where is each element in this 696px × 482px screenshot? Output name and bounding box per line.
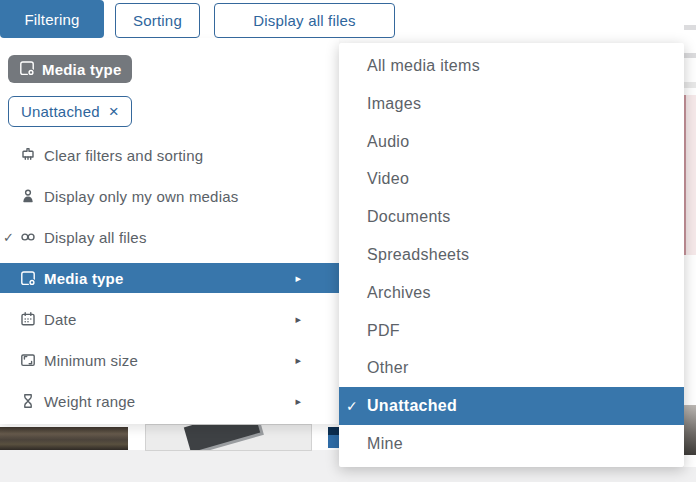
page-background-fragment: [684, 467, 696, 482]
media-library-filter-screen: Filtering Sorting Display all files Medi…: [0, 0, 696, 482]
resize-icon: [18, 351, 37, 370]
brush-icon: [18, 146, 37, 165]
menu-item-date[interactable]: ✓ Date ▸: [0, 304, 339, 334]
filtering-button[interactable]: Filtering: [0, 0, 104, 38]
page-edge-line: [684, 82, 696, 88]
menu-item-clear-filters[interactable]: ✓ Clear filters and sorting: [0, 140, 339, 170]
media-type-option-other[interactable]: ✓ Other: [339, 350, 684, 388]
menu-item-own-medias[interactable]: ✓ Display only my own medias: [0, 181, 339, 211]
media-type-icon: [18, 269, 37, 288]
check-icon: ✓: [346, 398, 367, 414]
sorting-button[interactable]: Sorting: [115, 3, 200, 38]
person-icon: [18, 187, 37, 206]
media-type-option-audio[interactable]: ✓ Audio: [339, 123, 684, 161]
media-thumbnail-fragment: [684, 405, 696, 455]
display-all-files-button[interactable]: Display all files: [214, 3, 395, 38]
menu-item-media-type[interactable]: ✓ Media type ▸: [0, 263, 339, 293]
remove-filter-icon[interactable]: ×: [109, 103, 119, 120]
filtering-dropdown-panel: Media type Unattached × ✓ Clear filters …: [0, 38, 339, 424]
media-type-option-images[interactable]: ✓ Images: [339, 85, 684, 123]
page-edge-line: [684, 25, 696, 30]
media-type-option-spreadsheets[interactable]: ✓ Spreadsheets: [339, 236, 684, 274]
media-thumbnail-wood[interactable]: [0, 427, 128, 450]
unattached-filter-chip-label: Unattached: [21, 103, 100, 120]
menu-item-weight-range[interactable]: ✓ Weight range ▸: [0, 386, 339, 416]
hourglass-icon: [18, 392, 37, 411]
media-type-option-archives[interactable]: ✓ Archives: [339, 274, 684, 312]
filter-menu: ✓ Clear filters and sorting ✓ Display on…: [0, 140, 339, 427]
submenu-arrow-icon: ▸: [295, 313, 301, 326]
media-type-option-pdf[interactable]: ✓ PDF: [339, 312, 684, 350]
submenu-arrow-icon: ▸: [295, 395, 301, 408]
media-type-option-mine[interactable]: ✓ Mine: [339, 425, 684, 463]
unattached-filter-chip[interactable]: Unattached ×: [8, 96, 132, 127]
media-thumbnail-notebook[interactable]: [145, 424, 312, 451]
calendar-icon: [18, 310, 37, 329]
media-type-option-documents[interactable]: ✓ Documents: [339, 198, 684, 236]
submenu-arrow-icon: ▸: [295, 354, 301, 367]
media-type-option-unattached[interactable]: ✓ Unattached: [339, 387, 684, 425]
media-type-submenu-panel: ✓ All media items ✓ Images ✓ Audio ✓ Vid…: [339, 43, 684, 467]
submenu-arrow-icon: ▸: [295, 272, 301, 285]
check-icon: ✓: [1, 230, 16, 245]
page-edge-line: [684, 53, 696, 58]
media-type-option-all-media-items[interactable]: ✓ All media items: [339, 47, 684, 85]
media-type-option-video[interactable]: ✓ Video: [339, 160, 684, 198]
menu-item-minimum-size[interactable]: ✓ Minimum size ▸: [0, 345, 339, 375]
page-edge-fragment: [684, 0, 696, 482]
notebook-image: [184, 424, 260, 451]
media-type-filter-badge: Media type: [8, 55, 132, 83]
media-type-icon: [18, 59, 36, 80]
notice-box-fragment: [684, 95, 696, 255]
infinity-icon: [18, 228, 37, 247]
menu-item-display-all-files[interactable]: ✓ Display all files: [0, 222, 339, 252]
media-type-filter-badge-label: Media type: [42, 61, 122, 78]
